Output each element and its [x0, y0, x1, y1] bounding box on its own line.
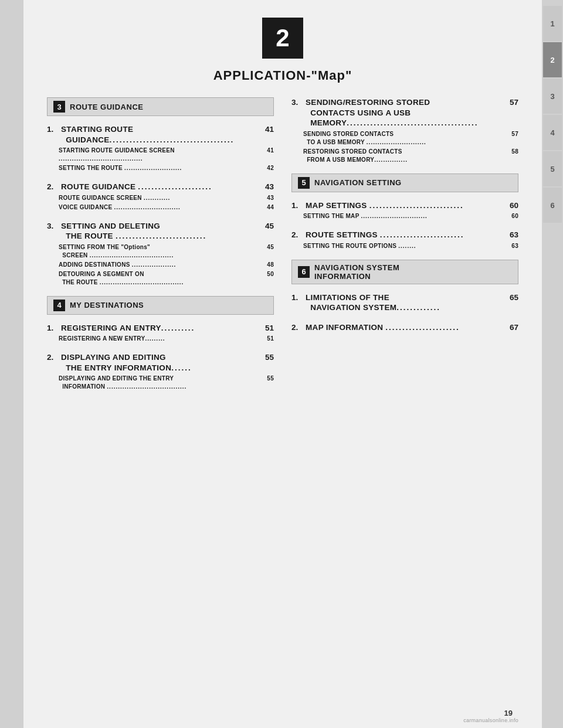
- toc-main-starting-route: 1. STARTING ROUTE GUIDANCE..............…: [47, 124, 274, 145]
- toc-entry-route-settings: 2. ROUTE SETTINGS ......................…: [291, 230, 518, 250]
- section-6-number: 6: [298, 266, 310, 278]
- section-5-header: 5 NAVIGATION SETTING: [291, 174, 518, 192]
- tab-6[interactable]: 6: [543, 188, 562, 223]
- main-content: 2 APPLICATION-"Map" 3 ROUTE GUIDANCE 1. …: [23, 0, 542, 728]
- section-5-label: NAVIGATION SETTING: [314, 178, 402, 187]
- two-column-layout: 3 ROUTE GUIDANCE 1. STARTING ROUTE GUIDA…: [47, 97, 518, 400]
- toc-entry-route-guidance: 2. ROUTE GUIDANCE ......................…: [47, 182, 274, 212]
- section-4-label: MY DESTINATIONS: [70, 301, 144, 309]
- section-3-label: ROUTE GUIDANCE: [70, 103, 143, 111]
- section-4-number: 4: [53, 300, 65, 311]
- page-container: 2 APPLICATION-"Map" 3 ROUTE GUIDANCE 1. …: [23, 0, 563, 728]
- toc-entry-registering: 1. REGISTERING AN ENTRY.......... 51 REG…: [47, 323, 274, 343]
- tab-2[interactable]: 2: [543, 42, 562, 77]
- toc-entry-map-information: 2. MAP INFORMATION .....................…: [291, 322, 518, 333]
- chapter-number: 2: [276, 24, 289, 52]
- section-3-number: 3: [53, 101, 65, 113]
- toc-sub-starting-route: STARTING ROUTE GUIDANCE SCREEN .........…: [47, 147, 274, 172]
- page-title: APPLICATION-"Map": [47, 68, 518, 83]
- toc-entry-map-settings: 1. MAP SETTINGS ........................…: [291, 200, 518, 221]
- toc-entry-displaying-editing: 2. DISPLAYING AND EDITING THE ENTRY INFO…: [47, 352, 274, 391]
- section-3-header: 3 ROUTE GUIDANCE: [47, 97, 274, 116]
- tab-1[interactable]: 1: [543, 6, 562, 41]
- chapter-box: 2: [262, 18, 303, 59]
- toc-entry-setting-deleting: 3. SETTING AND DELETING THE ROUTE ......…: [47, 221, 274, 287]
- tab-4[interactable]: 4: [543, 115, 562, 150]
- section-6-label: NAVIGATION SYSTEMINFORMATION: [314, 263, 399, 281]
- right-tab-bar: 1 2 3 4 5 6: [542, 0, 563, 728]
- section-5-number: 5: [298, 177, 310, 189]
- toc-entry-sending-restoring: 3. SENDING/RESTORING STORED CONTACTS USI…: [291, 97, 518, 164]
- watermark: carmanualsonline.info: [463, 717, 518, 723]
- page-number: 19: [504, 709, 513, 717]
- section-4-header: 4 MY DESTINATIONS: [47, 296, 274, 315]
- tab-3[interactable]: 3: [543, 79, 562, 114]
- right-column: 3. SENDING/RESTORING STORED CONTACTS USI…: [291, 97, 518, 400]
- left-column: 3 ROUTE GUIDANCE 1. STARTING ROUTE GUIDA…: [47, 97, 274, 400]
- section-6-header: 6 NAVIGATION SYSTEMINFORMATION: [291, 260, 518, 284]
- tab-5[interactable]: 5: [543, 151, 562, 186]
- toc-entry-starting-route: 1. STARTING ROUTE GUIDANCE..............…: [47, 124, 274, 172]
- toc-entry-limitations: 1. LIMITATIONS OF THE NAVIGATION SYSTEM.…: [291, 292, 518, 313]
